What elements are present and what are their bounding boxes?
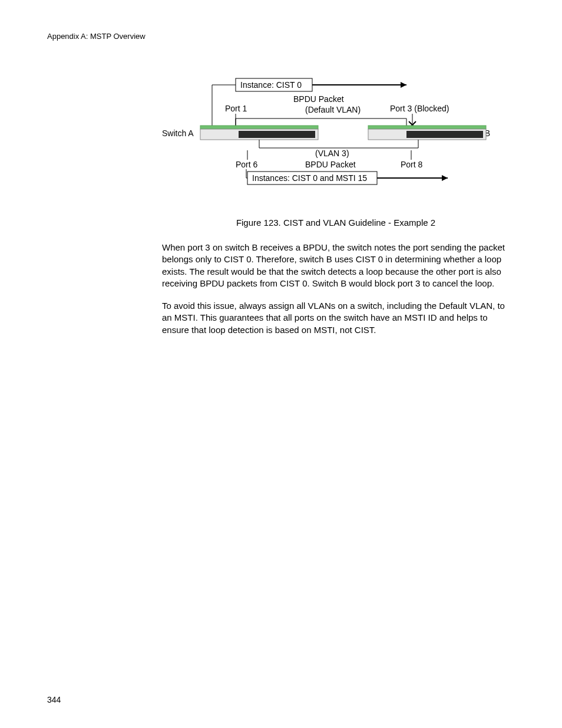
svg-rect-10 <box>368 126 486 129</box>
figure-123: Instance: CIST 0 BPDU Packet (Default VL… <box>118 76 495 194</box>
paragraph-1: When port 3 on switch B receives a BPDU,… <box>162 242 513 289</box>
switch-b <box>368 126 486 140</box>
diagram-vlan3: (VLAN 3) <box>315 149 349 158</box>
page-number: 344 <box>47 695 61 704</box>
svg-marker-17 <box>442 175 448 181</box>
diagram-instance-top: Instance: CIST 0 <box>240 80 302 90</box>
diagram-instance-bottom: Instances: CIST 0 and MSTI 15 <box>252 173 367 183</box>
diagram-port1: Port 1 <box>225 104 247 113</box>
paragraph-2: To avoid this issue, always assign all V… <box>162 300 513 336</box>
diagram-default-vlan: (Default VLAN) <box>305 105 361 114</box>
switch-a <box>200 126 318 140</box>
svg-rect-12 <box>406 131 483 138</box>
diagram-bpdu-bottom: BPDU Packet <box>305 160 356 169</box>
diagram-svg: Instance: CIST 0 BPDU Packet (Default VL… <box>118 76 495 194</box>
diagram-port3: Port 3 (Blocked) <box>390 104 449 113</box>
figure-caption: Figure 123. CIST and VLAN Guideline - Ex… <box>159 218 513 228</box>
page-header: Appendix A: MSTP Overview <box>47 32 515 41</box>
diagram-bpdu-top: BPDU Packet <box>293 94 344 104</box>
diagram-port8: Port 8 <box>401 160 423 169</box>
diagram-port6: Port 6 <box>236 160 258 169</box>
diagram-switch-a-label: Switch A <box>162 129 194 138</box>
svg-marker-2 <box>401 82 406 88</box>
svg-rect-9 <box>239 131 315 138</box>
svg-rect-7 <box>200 126 318 129</box>
